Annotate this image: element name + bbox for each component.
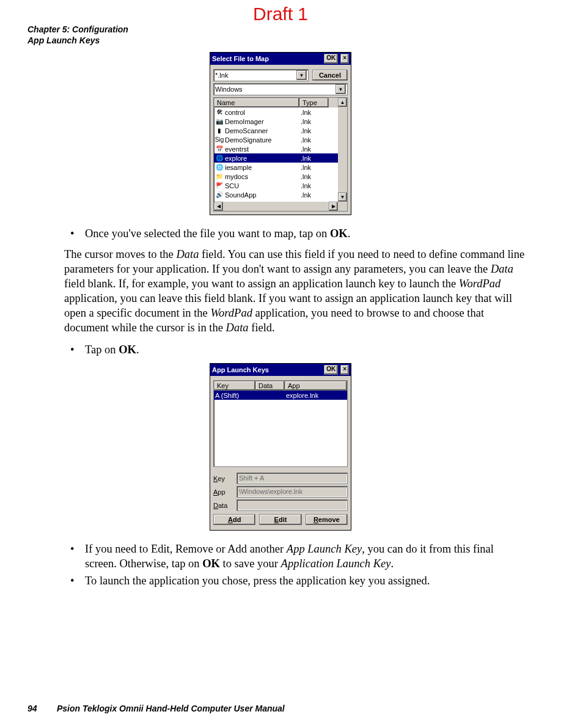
file-type: .lnk — [301, 173, 330, 180]
data-label: Data — [213, 502, 233, 509]
signature-icon: Sig — [215, 136, 224, 144]
bullet-item: Tap on OK. — [64, 342, 527, 357]
chevron-down-icon[interactable]: ▼ — [336, 84, 346, 94]
list-item[interactable]: 📅eventrst.lnk — [214, 144, 347, 153]
app-label: App — [213, 488, 233, 496]
file-type: .lnk — [301, 164, 330, 171]
file-name: SoundApp — [225, 191, 256, 199]
ie-icon: 🌐 — [215, 164, 224, 171]
folder-combo[interactable]: Windows ▼ — [213, 83, 348, 95]
ie-icon: 🌐 — [215, 155, 224, 162]
list-item[interactable]: 🔊SoundApp.lnk — [214, 190, 347, 199]
file-type: .lnk — [301, 136, 330, 144]
scroll-down-icon[interactable]: ▼ — [338, 193, 347, 202]
file-type: .lnk — [301, 127, 330, 134]
col-key[interactable]: Key — [214, 381, 255, 391]
file-type: .lnk — [301, 155, 330, 162]
app-launch-keys-dialog: App Launch Keys OK × Key Data App A (Shi… — [210, 363, 351, 531]
list-item[interactable]: 🚩SCU.lnk — [214, 181, 347, 190]
edit-button[interactable]: Edit — [259, 514, 301, 525]
file-name: control — [225, 109, 245, 116]
page-header: Chapter 5: Configuration App Launch Keys — [28, 24, 534, 46]
list-item[interactable]: SigDemoSignature.lnk — [214, 135, 347, 144]
file-name: DemoScanner — [225, 127, 268, 134]
file-type: .lnk — [301, 118, 330, 125]
file-name: mydocs — [225, 173, 248, 180]
file-name: SCU — [225, 182, 239, 189]
flag-icon: 🚩 — [215, 182, 224, 189]
file-type: .lnk — [301, 109, 330, 116]
bullet-item: Once you've selected the file you want t… — [64, 226, 527, 241]
calendar-icon: 📅 — [215, 145, 224, 153]
file-type: .lnk — [301, 145, 330, 153]
file-type: .lnk — [301, 191, 330, 199]
remove-button[interactable]: Remove — [306, 514, 348, 525]
col-data[interactable]: Data — [255, 381, 285, 391]
scroll-left-icon[interactable]: ◀ — [214, 202, 223, 211]
list-item[interactable]: 📷DemoImager.lnk — [214, 117, 347, 126]
title-bar: Select File to Map OK × — [210, 53, 351, 65]
close-button[interactable]: × — [340, 54, 349, 64]
cell-app: explore.lnk — [286, 392, 346, 399]
footer-title: Psion Teklogix Omnii Hand-Held Computer … — [57, 704, 285, 713]
data-field — [237, 499, 348, 511]
bullet-item: If you need to Edit, Remove or Add anoth… — [64, 542, 527, 571]
title-bar: App Launch Keys OK × — [210, 364, 351, 376]
barcode-icon: ▮ — [215, 127, 224, 134]
key-field: Shift + A — [237, 472, 348, 484]
list-item[interactable]: 🛠control.lnk — [214, 108, 347, 117]
control-panel-icon: 🛠 — [215, 109, 224, 116]
file-name: iesample — [225, 164, 252, 171]
add-button[interactable]: Add — [213, 514, 255, 525]
file-name: explore — [225, 155, 247, 162]
body-paragraph: The cursor moves to the Data field. You … — [64, 247, 527, 335]
scrollbar-horizontal[interactable]: ◀ ▶ — [214, 202, 338, 211]
chevron-down-icon[interactable]: ▼ — [296, 70, 307, 80]
close-button[interactable]: × — [340, 365, 349, 375]
dialog-title: Select File to Map — [212, 55, 321, 62]
cancel-button[interactable]: Cancel — [312, 70, 348, 81]
scroll-corner — [338, 202, 347, 211]
dialog-title: App Launch Keys — [212, 366, 321, 373]
table-row[interactable]: A (Shift)explore.lnk — [214, 391, 347, 400]
col-name[interactable]: Name — [214, 98, 299, 108]
chapter-label: Chapter 5: Configuration — [28, 24, 534, 35]
speaker-icon: 🔊 — [215, 191, 224, 199]
app-field: \Windows\explore.lnk — [237, 486, 348, 498]
section-label: App Launch Keys — [28, 35, 534, 46]
list-item[interactable]: 🌐iesample.lnk — [214, 163, 347, 172]
keys-listview[interactable]: Key Data App A (Shift)explore.lnk — [213, 380, 348, 467]
list-item[interactable]: 🌐explore.lnk — [214, 153, 347, 163]
page-footer: 94 Psion Teklogix Omnii Hand-Held Comput… — [28, 704, 285, 713]
scrollbar-vertical[interactable]: ▲ ▼ — [338, 98, 347, 202]
list-item[interactable]: 📁mydocs.lnk — [214, 172, 347, 181]
list-item[interactable]: ▮DemoScanner.lnk — [214, 126, 347, 135]
folder-icon: 📁 — [215, 173, 224, 180]
file-listview[interactable]: Name Type 🛠control.lnk📷DemoImager.lnk▮De… — [213, 97, 348, 211]
folder-value: Windows — [215, 86, 243, 93]
cell-key: A (Shift) — [215, 392, 257, 399]
ok-button[interactable]: OK — [324, 365, 338, 375]
file-filter-combo[interactable]: *.lnk ▼ — [213, 69, 309, 81]
file-name: DemoImager — [225, 118, 264, 125]
col-type[interactable]: Type — [299, 98, 329, 108]
file-name: eventrst — [225, 145, 249, 153]
page-number: 94 — [28, 704, 54, 713]
draft-watermark: Draft 1 — [0, 4, 561, 24]
file-name: DemoSignature — [225, 136, 271, 144]
col-app[interactable]: App — [285, 381, 347, 391]
scroll-up-icon[interactable]: ▲ — [338, 98, 347, 107]
select-file-dialog: Select File to Map OK × *.lnk ▼ Cancel W… — [210, 52, 351, 215]
file-type: .lnk — [301, 182, 330, 189]
ok-button[interactable]: OK — [324, 54, 338, 64]
file-filter-value: *.lnk — [215, 72, 228, 79]
camera-icon: 📷 — [215, 118, 224, 125]
scroll-right-icon[interactable]: ▶ — [329, 202, 338, 211]
bullet-item: To launch the application you chose, pre… — [64, 573, 527, 588]
key-label: Key — [213, 475, 233, 482]
